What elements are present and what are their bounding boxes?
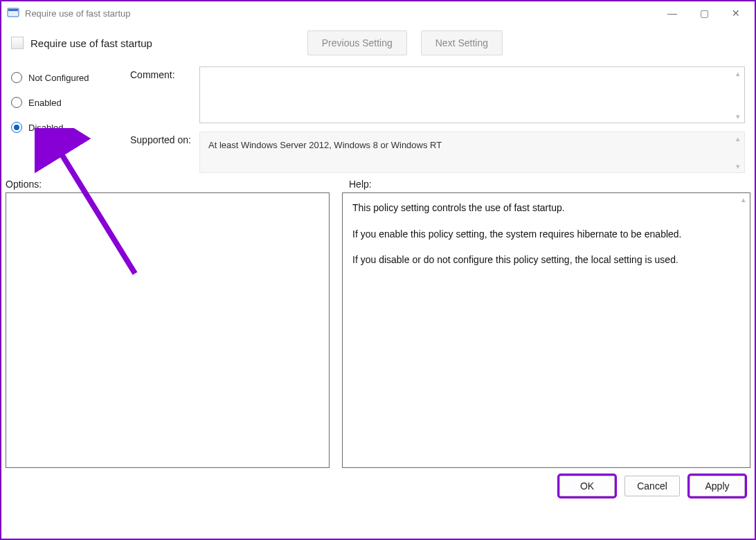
radio-enabled[interactable]: Enabled xyxy=(11,97,122,108)
scroll-up-icon[interactable]: ▴ xyxy=(733,69,743,78)
options-pane xyxy=(6,192,330,468)
minimize-button[interactable]: — xyxy=(656,3,688,24)
radio-label: Disabled xyxy=(28,123,64,133)
scroll-down-icon[interactable]: ▾ xyxy=(733,161,743,171)
pane-labels: Options: Help: xyxy=(1,174,755,192)
close-button[interactable]: ✕ xyxy=(720,3,752,24)
help-label: Help: xyxy=(334,179,372,190)
policy-title: Require use of fast startup xyxy=(30,37,152,49)
app-icon xyxy=(7,7,19,19)
options-label: Options: xyxy=(6,179,334,190)
dialog-buttons: OK Cancel Apply xyxy=(1,468,755,504)
scroll-up-icon[interactable]: ▴ xyxy=(739,195,748,204)
supported-on-field: At least Windows Server 2012, Windows 8 … xyxy=(199,132,745,173)
comment-input[interactable]: ▴ ▾ xyxy=(199,66,745,123)
scroll-down-icon[interactable]: ▾ xyxy=(733,111,743,121)
svg-rect-1 xyxy=(8,9,18,11)
policy-icon xyxy=(11,37,24,49)
apply-button[interactable]: Apply xyxy=(690,476,745,496)
help-paragraph: If you enable this policy setting, the s… xyxy=(352,228,737,242)
next-setting-button[interactable]: Next Setting xyxy=(421,30,503,55)
subheader: Require use of fast startup Previous Set… xyxy=(1,25,755,61)
radio-disabled[interactable]: Disabled xyxy=(11,122,122,133)
help-paragraph: If you disable or do not configure this … xyxy=(352,253,737,267)
radio-not-configured[interactable]: Not Configured xyxy=(11,72,122,83)
config-area: Not Configured Enabled Disabled Comment:… xyxy=(1,61,755,174)
help-pane: This policy setting controls the use of … xyxy=(342,192,750,468)
comment-label: Comment: xyxy=(130,66,199,80)
window-title: Require use of fast startup xyxy=(25,8,130,19)
help-paragraph: This policy setting controls the use of … xyxy=(352,201,737,215)
ok-button[interactable]: OK xyxy=(559,476,615,496)
supported-on-value: At least Windows Server 2012, Windows 8 … xyxy=(208,140,442,150)
radio-bullet-icon xyxy=(11,72,22,83)
previous-setting-button[interactable]: Previous Setting xyxy=(307,30,407,55)
radio-label: Enabled xyxy=(28,98,62,108)
radio-bullet-icon xyxy=(11,97,22,108)
scroll-up-icon[interactable]: ▴ xyxy=(733,134,743,143)
supported-on-label: Supported on: xyxy=(130,132,199,145)
radio-label: Not Configured xyxy=(28,73,89,83)
policy-editor-window: Require use of fast startup — ▢ ✕ Requir… xyxy=(0,0,756,540)
fields: Comment: ▴ ▾ Supported on: At least Wind… xyxy=(130,66,745,173)
panes: This policy setting controls the use of … xyxy=(1,192,755,468)
radio-bullet-icon xyxy=(11,122,22,133)
titlebar: Require use of fast startup — ▢ ✕ xyxy=(1,1,755,25)
cancel-button[interactable]: Cancel xyxy=(624,476,680,496)
maximize-button[interactable]: ▢ xyxy=(688,3,720,24)
radio-group: Not Configured Enabled Disabled xyxy=(11,66,122,173)
